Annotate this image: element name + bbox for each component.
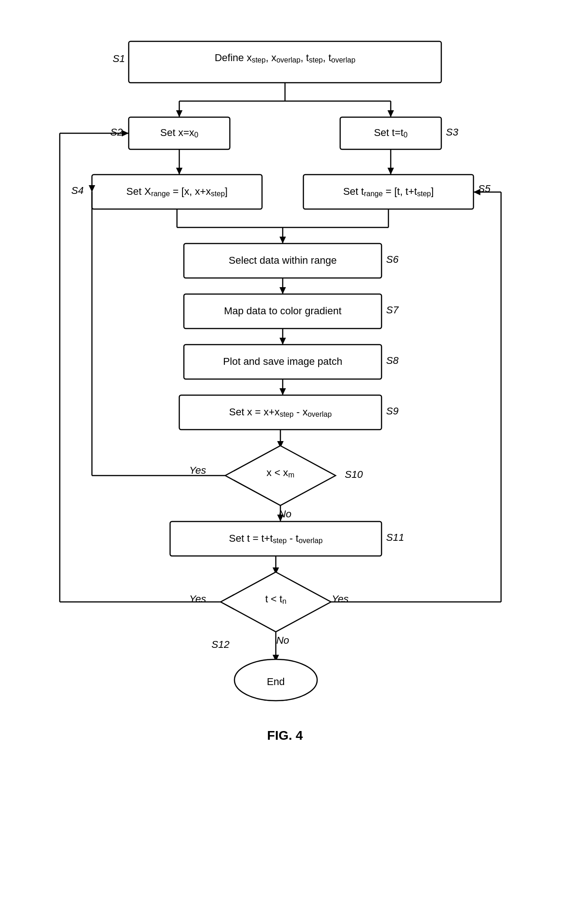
diagram-container: Define xstep, xoverlap, tstep, toverlap … <box>0 0 570 924</box>
s7-label: S7 <box>386 304 399 316</box>
s12-yes-left-arrow-head <box>122 130 129 136</box>
s12-yes-right-arrow-head <box>473 189 480 195</box>
s8-label: S8 <box>386 355 399 366</box>
s10-label: S10 <box>345 469 363 480</box>
s6-arrow-head <box>279 287 286 294</box>
s1-label: S1 <box>113 53 125 64</box>
s12-label: S12 <box>211 639 229 650</box>
s2-text: Set x=x0 <box>160 127 199 139</box>
s9-label: S9 <box>386 405 399 417</box>
s11-label: S11 <box>386 532 404 543</box>
end-text: End <box>267 676 285 687</box>
s2-arrow-head <box>176 168 182 175</box>
s1-right-arrow-head <box>388 110 394 117</box>
s7-text: Map data to color gradient <box>224 305 342 317</box>
s3-arrow-head <box>388 168 394 175</box>
s2-label: S2 <box>110 126 123 138</box>
s8-arrow-head <box>279 388 286 395</box>
s1-left-arrow-head <box>176 110 182 117</box>
s4-label: S4 <box>71 185 84 196</box>
s12-yes-right-label: Yes <box>332 593 349 605</box>
s12-no-label: No <box>276 635 289 646</box>
converge-arrow-head <box>279 237 286 244</box>
s12-yes-left-label: Yes <box>189 593 206 605</box>
s3-text: Set t=t0 <box>374 127 407 139</box>
s8-text: Plot and save image patch <box>223 356 342 367</box>
s6-label: S6 <box>386 254 399 265</box>
s3-label: S3 <box>446 126 459 138</box>
s7-arrow-head <box>279 338 286 345</box>
s6-text: Select data within range <box>229 255 337 266</box>
figure-label: FIG. 4 <box>267 728 303 743</box>
s10-yes-label: Yes <box>189 465 206 476</box>
